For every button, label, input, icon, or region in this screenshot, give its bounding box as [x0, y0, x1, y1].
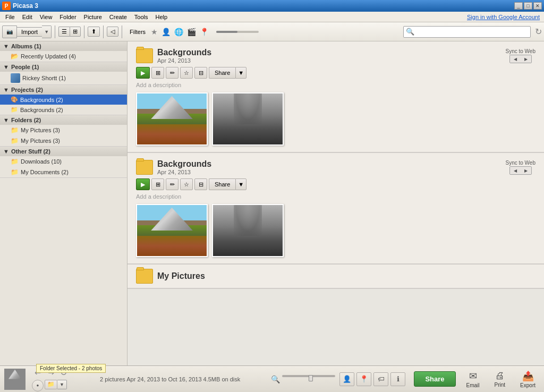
sidebar-downloads-label: Downloads (10) — [21, 158, 62, 165]
edit-btn-2[interactable]: ✏ — [166, 178, 178, 190]
sidebar-item-rickey[interactable]: Rickey Shortt (1) — [0, 72, 127, 84]
grid-btn-1[interactable]: ⊞ — [151, 67, 164, 79]
crop-btn-2[interactable]: ⊟ — [194, 178, 207, 190]
film-filter-icon[interactable]: 🎬 — [186, 27, 197, 37]
sync-on-2[interactable]: ▶ — [521, 167, 531, 174]
crop-btn-1[interactable]: ⊟ — [194, 67, 207, 79]
play-button-2[interactable]: ▶ — [136, 178, 150, 190]
photo-thumb-mountain-1[interactable] — [136, 92, 208, 146]
folder-icon-4: 📁 — [11, 168, 19, 176]
star-filter-icon[interactable]: ★ — [150, 27, 159, 37]
other-header[interactable]: ▼ Other Stuff (2) — [0, 147, 127, 156]
other-triangle-icon: ▼ — [3, 148, 9, 155]
person-filter-icon[interactable]: 👤 — [160, 27, 172, 37]
app-icon: P — [2, 2, 11, 10]
sync-btn-1[interactable]: Sync to Web ◀ ▶ — [505, 48, 536, 63]
bottom-share-button[interactable]: Share — [414, 371, 455, 387]
sidebar-item-pictures-1[interactable]: 📁 My Pictures (3) — [0, 125, 127, 135]
album-description-2[interactable]: Add a description — [136, 193, 536, 200]
albums-header[interactable]: ▼ Albums (1) — [0, 41, 127, 51]
share-split-2: Share ▼ — [209, 178, 246, 190]
menu-tools[interactable]: Tools — [131, 13, 151, 21]
photo-thumb-mountain-2[interactable] — [136, 204, 208, 257]
menu-picture[interactable]: Picture — [81, 13, 105, 21]
sidebar-item-recently-updated[interactable]: 📂 Recently Updated (4) — [0, 51, 127, 62]
play-button-1[interactable]: ▶ — [136, 67, 150, 79]
sidebar-item-backgrounds-2[interactable]: 📁 Backgrounds (2) — [0, 105, 127, 115]
album-description-1[interactable]: Add a description — [136, 82, 536, 88]
pin-action-icon[interactable]: 📍 — [356, 372, 371, 386]
share-arrow-btn-1[interactable]: ▼ — [235, 67, 246, 79]
sidebar-item-backgrounds-active[interactable]: 🎨 Backgrounds (2) — [0, 95, 127, 105]
print-action[interactable]: 🖨 Print — [490, 370, 510, 388]
search-input[interactable] — [414, 29, 528, 35]
slider-thumb[interactable] — [309, 375, 313, 381]
pin-filter-icon[interactable]: 📍 — [199, 27, 210, 37]
share-split-1: Share ▼ — [209, 67, 246, 79]
filter-slider[interactable] — [216, 31, 259, 33]
maximize-button[interactable]: □ — [524, 2, 532, 10]
sync-off-2[interactable]: ◀ — [510, 167, 521, 174]
projects-header[interactable]: ▼ Projects (2) — [0, 85, 127, 95]
extra-buttons: ● 📁 ▼ — [32, 380, 69, 391]
menu-folder[interactable]: Folder — [56, 13, 79, 21]
sidebar-item-downloads[interactable]: 📁 Downloads (10) — [0, 156, 127, 167]
photo-thumb-volcano-1[interactable] — [212, 92, 284, 146]
action-icons: 👤 📍 🏷 ℹ — [339, 372, 405, 386]
folder-small-btn[interactable]: 📁 — [45, 380, 57, 389]
zoom-slider[interactable] — [282, 375, 335, 384]
project-icon-1: 🎨 — [11, 96, 18, 103]
close-button[interactable]: ✕ — [533, 2, 542, 10]
album-section-1: Backgrounds Apr 24, 2013 Sync to Web ◀ ▶… — [128, 41, 544, 153]
sidebar-item-documents[interactable]: 📁 My Documents (2) — [0, 167, 127, 177]
import-button[interactable]: Import — [17, 27, 42, 37]
edit-btn-1[interactable]: ✏ — [166, 67, 178, 79]
window-controls[interactable]: _ □ ✕ — [514, 2, 542, 10]
export-action[interactable]: 📤 Export — [516, 370, 540, 388]
menu-edit[interactable]: Edit — [19, 13, 36, 21]
circle-btn-1[interactable]: ● — [32, 380, 44, 391]
toolbar: 📷 Import ▼ ☰ ⊞ ⬆ ◁ Filters ★ 👤 🌐 🎬 📍 🔍 ↻ — [0, 22, 544, 41]
folder-dropdown-btn[interactable]: ▼ — [57, 380, 67, 389]
share-main-btn-1[interactable]: Share — [209, 67, 235, 79]
title-bar: P Picasa 3 _ □ ✕ — [0, 0, 544, 12]
globe-filter-icon[interactable]: 🌐 — [173, 27, 184, 37]
share-main-btn-2[interactable]: Share — [209, 178, 235, 190]
tag-action-icon[interactable]: 🏷 — [373, 372, 388, 386]
camera-icon[interactable]: 📷 — [2, 25, 17, 38]
import-dropdown-arrow[interactable]: ▼ — [42, 25, 52, 38]
sync-toggle-2[interactable]: ◀ ▶ — [509, 166, 532, 175]
upload-button[interactable]: ⬆ — [88, 27, 100, 37]
email-action[interactable]: ✉ Email — [462, 370, 484, 388]
minimize-button[interactable]: _ — [514, 2, 523, 10]
menu-create[interactable]: Create — [106, 13, 130, 21]
back-button[interactable]: ◁ — [107, 27, 118, 37]
sync-btn-2[interactable]: Sync to Web ◀ ▶ — [505, 160, 536, 175]
sign-in-link[interactable]: Sign in with Google Account — [467, 14, 540, 20]
sidebar-item-pictures-2[interactable]: 📁 My Pictures (3) — [0, 135, 127, 146]
refresh-icon[interactable]: ↻ — [535, 27, 542, 37]
sync-off-1[interactable]: ◀ — [510, 55, 521, 63]
star-btn-1[interactable]: ☆ — [180, 67, 193, 79]
zoom-out-icon[interactable]: 🔍 — [271, 375, 280, 384]
info-action-icon[interactable]: ℹ — [390, 372, 405, 386]
import-area: 📷 Import ▼ — [2, 25, 52, 38]
menu-help[interactable]: Help — [152, 13, 171, 21]
sync-toggle-1[interactable]: ◀ ▶ — [509, 55, 532, 63]
photo-thumb-volcano-2[interactable] — [212, 204, 284, 257]
people-header[interactable]: ▼ People (1) — [0, 62, 127, 72]
star-btn-2[interactable]: ☆ — [180, 178, 193, 190]
list-view-button[interactable]: ☰ — [58, 27, 70, 37]
album-folder-icon-1 — [136, 48, 153, 63]
folders-header[interactable]: ▼ Folders (2) — [0, 115, 127, 125]
grid-view-button[interactable]: ⊞ — [70, 27, 81, 37]
folders-section: ▼ Folders (2) 📁 My Pictures (3) 📁 My Pic… — [0, 115, 127, 147]
menu-view[interactable]: View — [37, 13, 56, 21]
menu-file[interactable]: File — [2, 13, 18, 21]
grid-btn-2[interactable]: ⊞ — [151, 178, 164, 190]
people-action-icon[interactable]: 👤 — [339, 372, 354, 386]
main-layout: ▼ Albums (1) 📂 Recently Updated (4) ▼ Pe… — [0, 41, 544, 365]
search-box[interactable]: 🔍 — [403, 26, 531, 38]
share-arrow-btn-2[interactable]: ▼ — [235, 178, 246, 190]
sync-on-1[interactable]: ▶ — [521, 55, 531, 63]
